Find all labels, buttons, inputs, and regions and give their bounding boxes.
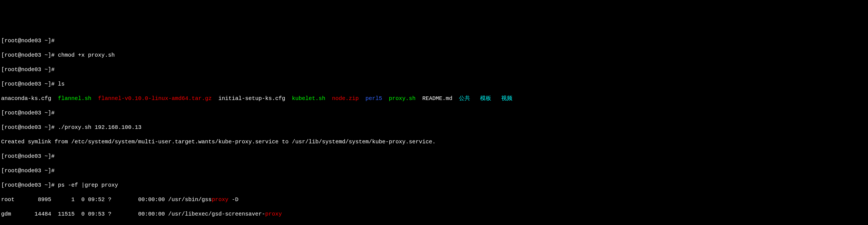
- command-line: [root@node03 ~]# chmod +x proxy.sh: [1, 52, 867, 59]
- file-kubelet-sh: kubelet.sh: [292, 95, 325, 102]
- ps-output-line: gdm 14484 11515 0 09:53 ? 00:00:00 /usr/…: [1, 211, 867, 218]
- file-proxy-sh: proxy.sh: [389, 95, 415, 102]
- dir-templates: 模板: [480, 95, 491, 102]
- dir-perl5: perl5: [365, 95, 382, 102]
- prompt-line: [root@node03 ~]#: [1, 153, 867, 160]
- terminal-output[interactable]: [root@node03 ~]# [root@node03 ~]# chmod …: [0, 29, 868, 225]
- prompt-line: [root@node03 ~]#: [1, 109, 867, 117]
- dir-public: 公共: [459, 95, 470, 102]
- ls-output: anaconda-ks.cfg flannel.sh flannel-v0.10…: [1, 95, 867, 102]
- file-flannel-tar: flannel-v0.10.0-linux-amd64.tar.gz: [98, 95, 212, 102]
- file-flannel-sh: flannel.sh: [58, 95, 91, 102]
- prompt-line: [root@node03 ~]#: [1, 37, 867, 44]
- command-line: [root@node03 ~]# ls: [1, 81, 867, 88]
- command-line: [root@node03 ~]# ./proxy.sh 192.168.100.…: [1, 124, 867, 131]
- output-line: Created symlink from /etc/systemd/system…: [1, 138, 867, 146]
- command-line: [root@node03 ~]# ps -ef |grep proxy: [1, 182, 867, 189]
- file-node-zip: node.zip: [332, 95, 359, 102]
- dir-videos: 视频: [501, 95, 513, 102]
- prompt-line: [root@node03 ~]#: [1, 167, 867, 175]
- prompt-line: [root@node03 ~]#: [1, 66, 867, 73]
- ps-output-line: root 8995 1 0 09:52 ? 00:00:00 /usr/sbin…: [1, 196, 867, 203]
